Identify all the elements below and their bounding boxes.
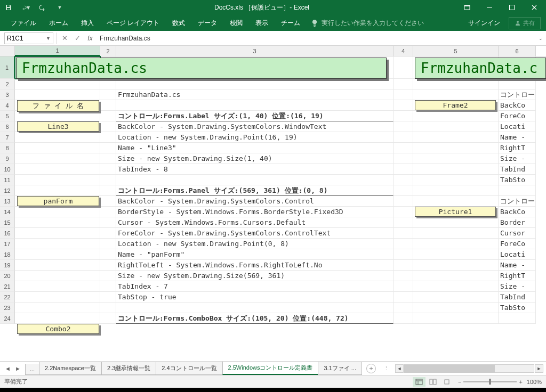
tab-data[interactable]: データ bbox=[192, 15, 222, 31]
cell[interactable]: RightToLeft - System.Windows.Forms.Right… bbox=[116, 260, 394, 271]
row-header[interactable]: 3 bbox=[0, 89, 15, 100]
cell[interactable] bbox=[100, 239, 116, 249]
sheet-tab-0[interactable]: 2.2Namespace一覧 bbox=[39, 362, 102, 375]
cell[interactable] bbox=[413, 249, 499, 260]
cell[interactable] bbox=[15, 79, 100, 89]
cell[interactable]: コントロー bbox=[499, 89, 536, 100]
cell[interactable]: Name - "Line3" bbox=[116, 143, 394, 153]
cell[interactable] bbox=[413, 89, 499, 100]
cell[interactable] bbox=[15, 271, 100, 281]
cell[interactable] bbox=[100, 217, 116, 228]
cell[interactable] bbox=[15, 239, 100, 249]
row-header[interactable]: 19 bbox=[0, 260, 15, 271]
tab-pagelayout[interactable]: ページ レイアウト bbox=[101, 15, 165, 31]
cell[interactable] bbox=[413, 196, 499, 207]
row-header[interactable]: 14 bbox=[0, 207, 15, 217]
cell[interactable] bbox=[394, 132, 413, 143]
cell[interactable] bbox=[100, 260, 116, 271]
cell[interactable] bbox=[100, 207, 116, 217]
cell[interactable] bbox=[116, 79, 394, 89]
cell[interactable] bbox=[15, 281, 100, 292]
row-header[interactable]: 10 bbox=[0, 164, 15, 175]
cell[interactable]: TabSto bbox=[499, 303, 536, 313]
cell[interactable] bbox=[394, 121, 413, 132]
col-header-3[interactable]: 3 bbox=[116, 46, 394, 56]
cell[interactable]: コントロール:Forms.ComboBox サイズ:(105, 20) 位置:(… bbox=[116, 313, 394, 324]
zoom-out-icon[interactable]: − bbox=[458, 379, 461, 385]
cell[interactable] bbox=[100, 164, 116, 175]
cell[interactable] bbox=[499, 185, 536, 196]
cell[interactable] bbox=[394, 196, 413, 207]
cell[interactable]: Border bbox=[499, 217, 536, 228]
view-pagelayout-icon[interactable] bbox=[427, 377, 439, 387]
cell[interactable] bbox=[413, 271, 499, 281]
cell[interactable] bbox=[413, 228, 499, 239]
tab-view[interactable]: 表示 bbox=[250, 15, 274, 31]
enter-icon[interactable]: ✓ bbox=[71, 32, 84, 44]
cell[interactable]: Name - "panForm" bbox=[116, 249, 394, 260]
cell[interactable] bbox=[394, 207, 413, 217]
cell[interactable]: Cursor - System.Windows.Forms.Cursors.De… bbox=[116, 217, 394, 228]
row-header[interactable]: 9 bbox=[0, 153, 15, 164]
cell[interactable]: RightT bbox=[499, 143, 536, 153]
cell[interactable] bbox=[413, 260, 499, 271]
cell[interactable] bbox=[15, 292, 100, 303]
row-header[interactable]: 20 bbox=[0, 271, 15, 281]
cell[interactable] bbox=[394, 79, 413, 89]
row-header[interactable]: 22 bbox=[0, 292, 15, 303]
cell[interactable] bbox=[100, 132, 116, 143]
redo-icon[interactable] bbox=[38, 3, 47, 12]
cell[interactable] bbox=[394, 100, 413, 111]
qa-dropdown-icon[interactable]: ▼ bbox=[55, 3, 64, 12]
cell[interactable] bbox=[394, 260, 413, 271]
cell[interactable] bbox=[15, 132, 100, 143]
sheet-tab-2[interactable]: 2.4コントロール一覧 bbox=[156, 362, 222, 375]
cell[interactable]: Locati bbox=[499, 121, 536, 132]
row-header[interactable]: 2 bbox=[0, 79, 15, 89]
cell[interactable] bbox=[100, 185, 116, 196]
cell[interactable] bbox=[413, 281, 499, 292]
cell[interactable]: Name - bbox=[499, 132, 536, 143]
scroll-right-icon[interactable]: ► bbox=[535, 364, 543, 373]
expand-formula-icon[interactable]: ⌄ bbox=[535, 36, 546, 41]
cell[interactable] bbox=[413, 292, 499, 303]
tell-me[interactable]: 実行したい作業を入力してください bbox=[311, 19, 424, 28]
cell[interactable] bbox=[15, 185, 100, 196]
cell[interactable]: RightT bbox=[499, 271, 536, 281]
zoom-slider[interactable]: − + bbox=[458, 379, 523, 385]
sheet-divider-icon[interactable]: ⋮ bbox=[380, 365, 392, 372]
spreadsheet-grid[interactable]: 1 2 3 4 5 6 123FrmzuhanData.csコントロー4Back… bbox=[0, 46, 546, 361]
row-header[interactable]: 18 bbox=[0, 249, 15, 260]
sheet-tab-4[interactable]: 3.1ファイ ... bbox=[318, 362, 362, 375]
cell[interactable] bbox=[15, 207, 100, 217]
cell[interactable] bbox=[116, 175, 394, 185]
cell[interactable]: TabStop - true bbox=[116, 292, 394, 303]
row-header[interactable]: 7 bbox=[0, 132, 15, 143]
row-header[interactable]: 8 bbox=[0, 143, 15, 153]
cell[interactable] bbox=[394, 271, 413, 281]
cell[interactable] bbox=[15, 143, 100, 153]
col-header-5[interactable]: 5 bbox=[413, 46, 499, 56]
cell[interactable]: Cursor bbox=[499, 228, 536, 239]
cell[interactable] bbox=[100, 153, 116, 164]
cell[interactable] bbox=[413, 79, 499, 89]
cell[interactable] bbox=[413, 111, 499, 121]
cell[interactable]: BackCo bbox=[499, 100, 536, 111]
cell[interactable] bbox=[394, 164, 413, 175]
cell[interactable] bbox=[413, 153, 499, 164]
maximize-icon[interactable] bbox=[507, 2, 517, 13]
cell[interactable] bbox=[413, 143, 499, 153]
row-header[interactable]: 5 bbox=[0, 111, 15, 121]
cell[interactable] bbox=[394, 239, 413, 249]
row-header[interactable]: 16 bbox=[0, 228, 15, 239]
cell[interactable]: FrmzuhanData.cs bbox=[116, 89, 394, 100]
cell[interactable] bbox=[394, 313, 413, 324]
cell[interactable] bbox=[100, 143, 116, 153]
row-header[interactable]: 13 bbox=[0, 196, 15, 207]
row-header[interactable]: 6 bbox=[0, 121, 15, 132]
cell[interactable] bbox=[413, 303, 499, 313]
cell[interactable] bbox=[116, 303, 394, 313]
cell[interactable] bbox=[394, 143, 413, 153]
add-sheet-button[interactable]: + bbox=[366, 364, 376, 373]
tab-review[interactable]: 校閲 bbox=[224, 15, 248, 31]
